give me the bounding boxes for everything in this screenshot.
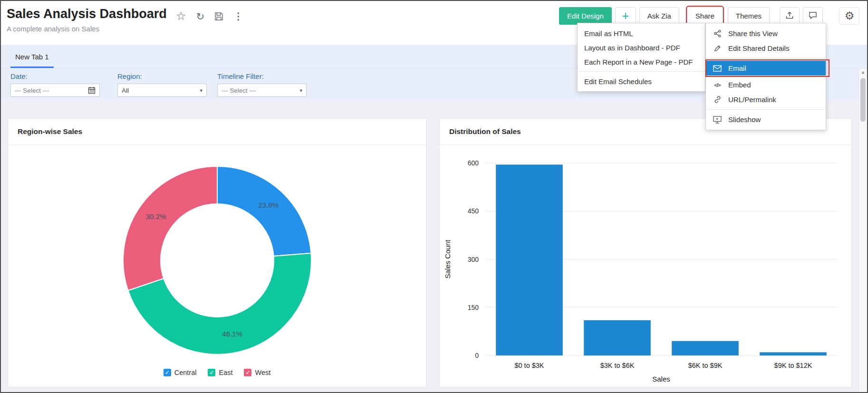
share-nodes-icon — [713, 29, 722, 38]
dashboard-canvas: Region-wise Sales 23.8%46.1%30.2% ✓ Cent… — [1, 102, 867, 392]
page-title: Sales Analysis Dashboard — [7, 7, 167, 21]
title-block: Sales Analysis Dashboard A complete anal… — [7, 7, 167, 33]
menu-divider — [706, 58, 826, 58]
svg-text:Sales: Sales — [652, 375, 670, 383]
chart-title: Region-wise Sales — [8, 119, 426, 145]
menu-divider — [706, 109, 826, 110]
slideshow-icon — [713, 116, 722, 124]
more-options-icon[interactable]: ⋮ — [233, 11, 243, 21]
legend-item-central[interactable]: ✓ Central — [164, 369, 197, 376]
pencil-icon — [713, 45, 722, 52]
donut-chart: 23.8%46.1%30.2% — [8, 145, 426, 387]
svg-text:0: 0 — [475, 352, 479, 359]
menu-item-label: Share this View — [728, 29, 778, 38]
bar-chart: 0150300450600$0 to $3K$3K to $6K$6K to $… — [440, 145, 851, 387]
menu-item-label: Email — [728, 64, 746, 72]
menu-item-label: Edit Shared Details — [728, 44, 789, 52]
menu-item-embed[interactable]: </> Embed — [706, 77, 826, 92]
legend-checkbox[interactable]: ✓ — [208, 369, 215, 376]
chevron-down-icon: ▾ — [299, 87, 302, 94]
save-icon[interactable] — [214, 12, 223, 21]
page-subtitle: A complete analysis on Sales — [7, 25, 167, 33]
svg-text:$0 to $3K: $0 to $3K — [514, 362, 544, 369]
region-filter: Region: All ▾ — [117, 72, 207, 97]
menu-item-layout-as-in-dashboard-pdf[interactable]: Layout as in Dashboard - PDF — [578, 40, 705, 55]
svg-text:150: 150 — [468, 304, 479, 311]
email-export-menu: Email as HTML Layout as in Dashboard - P… — [577, 23, 705, 92]
themes-button[interactable]: Themes — [728, 7, 770, 25]
menu-divider — [578, 71, 705, 72]
menu-item-share-this-view[interactable]: Share this View — [706, 26, 826, 41]
ask-zia-button[interactable]: Ask Zia — [639, 7, 679, 25]
vertical-scrollbar[interactable]: ▲ — [858, 68, 867, 392]
legend-label: West — [255, 369, 270, 376]
legend-label: East — [219, 369, 232, 376]
edit-design-button[interactable]: Edit Design — [559, 7, 612, 25]
favorite-star-icon[interactable]: ☆ — [176, 10, 186, 22]
svg-text:23.8%: 23.8% — [258, 201, 279, 209]
legend-checkbox[interactable]: ✓ — [164, 369, 171, 376]
menu-item-email[interactable]: Email — [706, 61, 826, 76]
date-filter-label: Date: — [10, 72, 100, 80]
active-tab-indicator — [10, 67, 54, 68]
svg-text:450: 450 — [468, 207, 479, 215]
add-tab-button[interactable]: + — [615, 7, 636, 25]
menu-item-label: URL/Permalink — [728, 96, 776, 104]
share-button[interactable]: Share — [687, 7, 723, 25]
menu-item-edit-shared-details[interactable]: Edit Shared Details — [706, 41, 826, 56]
menu-item-email-as-html[interactable]: Email as HTML — [578, 26, 705, 40]
svg-text:30.2%: 30.2% — [146, 212, 166, 220]
scroll-up-arrow[interactable]: ▲ — [859, 68, 867, 76]
svg-text:600: 600 — [468, 159, 479, 167]
settings-button[interactable]: ⚙ — [839, 7, 859, 25]
scrollbar-thumb[interactable] — [860, 78, 866, 122]
svg-text:$3K to $6K: $3K to $6K — [600, 362, 635, 369]
timeline-filter: Timeline Filter: --- Select --- ▾ — [217, 72, 307, 97]
svg-text:$6K to $9K: $6K to $9K — [688, 362, 723, 369]
timeline-filter-select[interactable]: --- Select --- ▾ — [217, 84, 307, 97]
title-actions: ☆ ↻ ⋮ — [176, 10, 243, 22]
timeline-filter-value: --- Select --- — [222, 87, 256, 94]
tab-label: New Tab 1 — [15, 53, 49, 61]
menu-item-each-report-in-a-new-page-pdf[interactable]: Each Report in a New Page - PDF — [578, 55, 705, 69]
menu-item-url-permalink[interactable]: URL/Permalink — [706, 92, 826, 107]
legend-item-east[interactable]: ✓ East — [208, 369, 232, 376]
legend-item-west[interactable]: ✓ West — [244, 369, 270, 376]
highlight-annotation — [705, 59, 829, 77]
region-filter-value: All — [122, 87, 129, 94]
comments-button[interactable] — [803, 7, 823, 25]
export-button[interactable] — [780, 7, 800, 25]
gear-icon: ⚙ — [845, 10, 855, 22]
comment-icon — [809, 11, 817, 21]
refresh-icon[interactable]: ↻ — [196, 11, 205, 21]
calendar-icon[interactable] — [88, 86, 96, 94]
svg-text:46.1%: 46.1% — [222, 330, 242, 338]
region-filter-label: Region: — [117, 72, 207, 80]
svg-text:300: 300 — [468, 256, 479, 263]
chevron-down-icon: ▾ — [200, 87, 203, 94]
svg-text:$9K to $12K: $9K to $12K — [774, 362, 812, 369]
code-icon: </> — [713, 82, 722, 88]
donut-legend: ✓ Central ✓ East ✓ West — [8, 369, 426, 376]
app-window: Sales Analysis Dashboard A complete anal… — [0, 0, 868, 393]
envelope-icon — [713, 65, 722, 72]
export-icon — [785, 11, 794, 21]
tab-new-tab-1[interactable]: New Tab 1 — [8, 45, 57, 68]
svg-text:Sales Count: Sales Count — [444, 240, 452, 279]
region-filter-select[interactable]: All ▾ — [117, 84, 207, 97]
donut-chart-card: Region-wise Sales 23.8%46.1%30.2% ✓ Cent… — [8, 118, 426, 387]
share-menu: Share this View Edit Shared Details Emai… — [705, 23, 826, 130]
legend-checkbox[interactable]: ✓ — [244, 369, 251, 376]
legend-label: Central — [174, 369, 197, 376]
date-filter-value: --- Select --- — [15, 87, 49, 94]
menu-item-label: Slideshow — [728, 115, 761, 124]
menu-item-edit-email-schedules[interactable]: Edit Email Schedules — [578, 74, 705, 88]
date-filter-input[interactable]: --- Select --- — [10, 84, 100, 97]
bar-chart-card: Distribution of Sales 0150300450600$0 to… — [439, 118, 852, 387]
date-filter: Date: --- Select --- — [10, 72, 100, 97]
menu-item-slideshow[interactable]: Slideshow — [706, 112, 826, 127]
link-icon — [713, 96, 722, 104]
header-toolbar: Edit Design + Ask Zia Share Themes — [559, 7, 859, 25]
timeline-filter-label: Timeline Filter: — [217, 72, 307, 80]
menu-item-label: Embed — [728, 81, 751, 89]
